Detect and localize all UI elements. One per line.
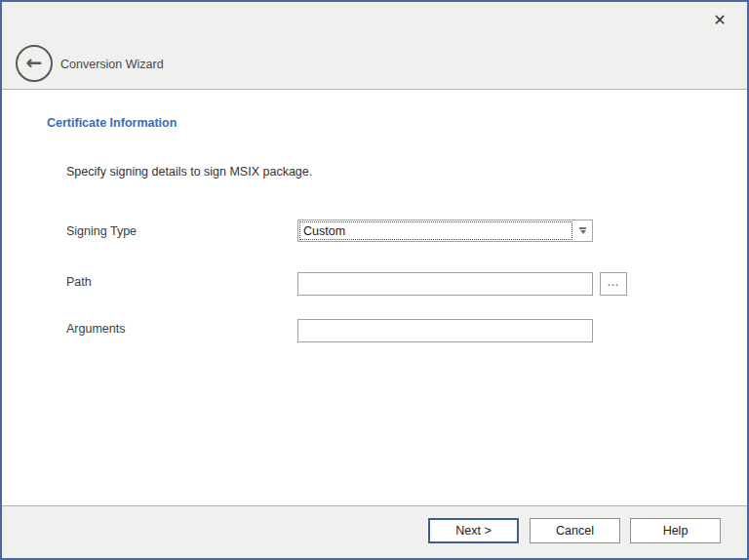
wizard-header: ← Conversion Wizard bbox=[2, 2, 747, 90]
signing-type-value: Custom bbox=[299, 221, 572, 240]
back-button[interactable]: ← bbox=[16, 45, 53, 82]
help-button[interactable]: Help bbox=[630, 518, 721, 543]
ellipsis-icon: … bbox=[608, 276, 620, 288]
wizard-footer: Next > Cancel Help bbox=[2, 505, 747, 558]
close-button[interactable]: ✕ bbox=[706, 8, 733, 33]
path-label: Path bbox=[66, 275, 92, 289]
back-arrow-icon: ← bbox=[26, 53, 43, 72]
wizard-title: Conversion Wizard bbox=[60, 58, 164, 71]
arguments-label: Arguments bbox=[66, 322, 125, 336]
signing-type-label: Signing Type bbox=[66, 224, 137, 238]
conversion-wizard-dialog: ← Conversion Wizard ✕ Certificate Inform… bbox=[0, 0, 749, 560]
cancel-button[interactable]: Cancel bbox=[530, 518, 620, 543]
arguments-input[interactable] bbox=[297, 319, 593, 342]
next-button[interactable]: Next > bbox=[428, 518, 519, 543]
dropdown-arrow-icon[interactable] bbox=[573, 220, 592, 241]
path-input[interactable] bbox=[297, 272, 593, 296]
wizard-content: Certificate Information Specify signing … bbox=[2, 91, 747, 504]
signing-type-combobox[interactable]: Custom bbox=[297, 220, 593, 242]
close-icon: ✕ bbox=[713, 11, 726, 29]
page-heading: Certificate Information bbox=[47, 116, 177, 130]
page-description: Specify signing details to sign MSIX pac… bbox=[66, 165, 312, 179]
browse-button[interactable]: … bbox=[600, 272, 627, 296]
